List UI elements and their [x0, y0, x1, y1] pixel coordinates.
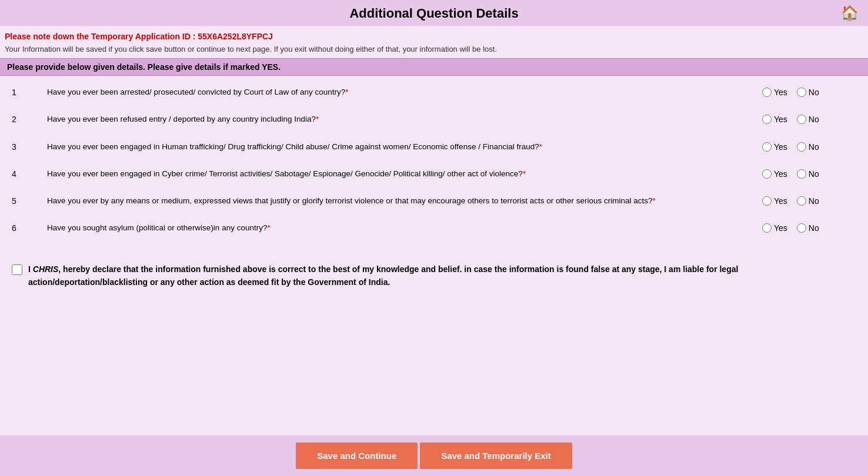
question-number-6: 6	[12, 222, 47, 233]
question-text-6: Have you sought asylum (political or oth…	[47, 222, 762, 234]
temp-id-label: Please note down the Temporary Applicati…	[5, 32, 195, 41]
question-number-5: 5	[12, 195, 47, 206]
no-label-2: No	[809, 115, 819, 124]
question-row-2: 2 Have you ever been refused entry / dep…	[12, 109, 856, 130]
question-text-2: Have you ever been refused entry / depor…	[47, 113, 762, 125]
no-option-2[interactable]: No	[797, 115, 819, 124]
header-bar: Additional Question Details 🏠	[0, 0, 868, 26]
question-text-5: Have you ever by any means or medium, ex…	[47, 195, 762, 207]
question-options-4: Yes No	[762, 168, 856, 179]
declaration-name: CHRIS	[33, 264, 59, 274]
question-row-3: 3 Have you ever been engaged in Human tr…	[12, 136, 856, 157]
yes-radio-5[interactable]	[762, 196, 772, 206]
question-row-4: 4 Have you ever been engaged in Cyber cr…	[12, 163, 856, 185]
no-radio-4[interactable]	[797, 169, 806, 179]
declaration-text-after: , hereby declare that the information fu…	[28, 264, 738, 287]
question-row-1: 1 Have you ever been arrested/ prosecute…	[12, 82, 856, 103]
required-marker-5: *	[652, 196, 655, 205]
yes-label-3: Yes	[774, 142, 787, 152]
no-option-1[interactable]: No	[797, 88, 819, 97]
page-title: Additional Question Details	[0, 6, 868, 21]
yes-option-6[interactable]: Yes	[762, 223, 787, 233]
yes-option-5[interactable]: Yes	[762, 196, 787, 206]
temp-id-value: 55X6A252L8YFPCJ	[198, 32, 273, 41]
no-radio-2[interactable]	[797, 115, 806, 124]
yes-radio-6[interactable]	[762, 223, 772, 233]
question-text-4: Have you ever been engaged in Cyber crim…	[47, 168, 762, 180]
declaration-text: I CHRIS, hereby declare that the informa…	[12, 263, 856, 289]
no-option-5[interactable]: No	[797, 196, 819, 206]
yes-label-1: Yes	[774, 88, 787, 97]
no-option-4[interactable]: No	[797, 169, 819, 179]
yes-label-5: Yes	[774, 196, 787, 206]
declaration-section: I CHRIS, hereby declare that the informa…	[0, 251, 868, 299]
yes-label-4: Yes	[774, 169, 787, 179]
no-radio-1[interactable]	[797, 88, 806, 97]
footer-bar: Save and Continue Save and Temporarily E…	[0, 435, 868, 476]
yes-radio-1[interactable]	[762, 88, 772, 97]
question-options-5: Yes No	[762, 195, 856, 206]
no-radio-3[interactable]	[797, 142, 806, 152]
question-text-1: Have you ever been arrested/ prosecuted/…	[47, 86, 762, 98]
yes-label-6: Yes	[774, 223, 787, 233]
yes-radio-3[interactable]	[762, 142, 772, 152]
declaration-content: I CHRIS, hereby declare that the informa…	[28, 263, 856, 289]
no-radio-5[interactable]	[797, 196, 806, 206]
notice-bar: Please provide below given details. Plea…	[0, 58, 868, 76]
question-options-3: Yes No	[762, 141, 856, 152]
question-text-3: Have you ever been engaged in Human traf…	[47, 141, 762, 153]
no-radio-6[interactable]	[797, 223, 806, 233]
question-options-1: Yes No	[762, 86, 856, 97]
question-number-3: 3	[12, 141, 47, 152]
required-marker-3: *	[539, 142, 542, 151]
declaration-checkbox[interactable]	[12, 264, 22, 275]
no-label-6: No	[809, 223, 819, 233]
yes-option-1[interactable]: Yes	[762, 88, 787, 97]
no-option-6[interactable]: No	[797, 223, 819, 233]
question-row-6: 6 Have you sought asylum (political or o…	[12, 217, 856, 239]
required-marker-2: *	[316, 115, 319, 123]
save-exit-button[interactable]: Save and Temporarily Exit	[420, 443, 572, 469]
questions-area: 1 Have you ever been arrested/ prosecute…	[0, 76, 868, 251]
home-icon[interactable]: 🏠	[841, 5, 859, 21]
required-marker-1: *	[345, 88, 348, 96]
yes-option-3[interactable]: Yes	[762, 142, 787, 152]
yes-radio-2[interactable]	[762, 115, 772, 124]
no-label-4: No	[809, 169, 819, 179]
no-option-3[interactable]: No	[797, 142, 819, 152]
yes-radio-4[interactable]	[762, 169, 772, 179]
question-number-4: 4	[12, 168, 47, 179]
question-options-6: Yes No	[762, 222, 856, 233]
no-label-5: No	[809, 196, 819, 206]
yes-option-2[interactable]: Yes	[762, 115, 787, 124]
question-row-5: 5 Have you ever by any means or medium, …	[12, 190, 856, 212]
question-number-2: 2	[12, 113, 47, 124]
no-label-1: No	[809, 88, 819, 97]
temp-id-row: Please note down the Temporary Applicati…	[0, 26, 868, 43]
required-marker-4: *	[523, 169, 526, 178]
save-continue-button[interactable]: Save and Continue	[296, 443, 418, 469]
question-options-2: Yes No	[762, 113, 856, 124]
required-marker-6: *	[267, 223, 270, 232]
question-number-1: 1	[12, 86, 47, 97]
yes-option-4[interactable]: Yes	[762, 169, 787, 179]
info-text: Your Information will be saved if you cl…	[0, 43, 868, 58]
yes-label-2: Yes	[774, 115, 787, 124]
no-label-3: No	[809, 142, 819, 152]
